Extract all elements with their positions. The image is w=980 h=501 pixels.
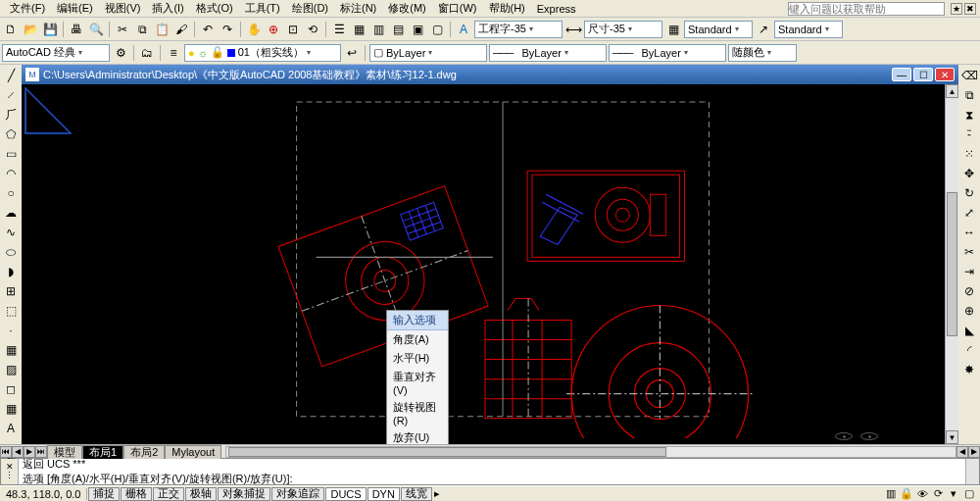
preview-icon[interactable]: 🔍 [87, 21, 105, 38]
ducs-button[interactable]: DUCS [325, 487, 366, 501]
extend-icon[interactable]: ⇥ [960, 263, 978, 280]
dimstyle-dropdown[interactable]: 尺寸-35▾ [584, 21, 662, 38]
save-icon[interactable]: 💾 [41, 21, 59, 38]
tablestyle-icon[interactable]: ▦ [664, 21, 682, 38]
markup-icon[interactable]: ▣ [409, 21, 426, 38]
polygon-icon[interactable]: ⬠ [2, 125, 20, 143]
hatch-icon[interactable]: ▦ [2, 341, 20, 359]
status-arrow-icon[interactable]: ▸ [434, 487, 440, 500]
coordinate-display[interactable]: 48.3, 118.0, 0.0 [0, 488, 87, 500]
cmd-scrollbar[interactable] [965, 459, 979, 484]
join-icon[interactable]: ⊕ [960, 302, 978, 320]
calc-icon[interactable]: ▢ [428, 21, 446, 38]
rotate-icon[interactable]: ↻ [960, 184, 978, 202]
array-icon[interactable]: ⁙ [960, 145, 978, 163]
scroll-down-icon[interactable]: ▼ [946, 430, 958, 444]
zoom-rt-icon[interactable]: ⊕ [265, 21, 282, 38]
pan-icon[interactable]: ✋ [245, 21, 263, 38]
props-icon[interactable]: ☰ [330, 21, 348, 38]
zoom-prev-icon[interactable]: ⟲ [304, 21, 321, 38]
fillet-icon[interactable]: ◜ [960, 341, 978, 359]
lwt-button[interactable]: 线宽 [401, 487, 432, 501]
menu-modify[interactable]: 修改(M) [382, 1, 432, 16]
menu-draw[interactable]: 绘图(D) [286, 1, 334, 16]
ortho-button[interactable]: 正交 [153, 487, 184, 501]
doc-close-button[interactable]: ✕ [935, 68, 955, 81]
table-icon[interactable]: ▦ [2, 400, 20, 418]
menu-tools[interactable]: 工具(T) [239, 1, 286, 16]
hscroll-left-icon[interactable]: ◀ [956, 446, 968, 458]
doc-maximize-button[interactable]: ☐ [913, 68, 933, 81]
copyobj-icon[interactable]: ⧉ [960, 86, 978, 104]
dimstyle-icon[interactable]: ⟷ [564, 21, 582, 38]
menu-help[interactable]: 帮助(H) [483, 1, 531, 16]
circle-icon[interactable]: ○ [2, 184, 20, 202]
xline-icon[interactable]: ⟋ [2, 86, 20, 104]
textstyle-dropdown[interactable]: 工程字-35▾ [474, 21, 563, 38]
pline-icon[interactable]: ⺁ [2, 106, 20, 124]
ctx-item-horizontal[interactable]: 水平(H) [387, 349, 448, 368]
polar-button[interactable]: 极轴 [185, 487, 217, 501]
drawing-canvas[interactable]: 输入选项 角度(A) 水平(H) 垂直对齐(V) 旋转视图(R) 放弃(U) [22, 84, 945, 444]
mleader-dropdown[interactable]: Standard▾ [774, 21, 843, 38]
new-icon[interactable]: 🗋 [2, 21, 20, 38]
region-icon[interactable]: ◻ [2, 380, 20, 398]
insert-icon[interactable]: ⊞ [2, 282, 20, 300]
star-icon[interactable]: ★ [951, 3, 962, 15]
tabs-prev-button[interactable]: ◀ [12, 446, 24, 458]
menu-insert[interactable]: 插入(I) [146, 1, 189, 16]
mirror-icon[interactable]: ⧗ [960, 106, 978, 124]
mleader-icon[interactable]: ↗ [755, 21, 772, 38]
tray-arrow-icon[interactable]: ▾ [947, 487, 960, 501]
ws-settings-icon[interactable]: ⚙ [112, 44, 129, 62]
ctx-item-undo[interactable]: 放弃(U) [387, 428, 448, 444]
stretch-icon[interactable]: ↔ [960, 224, 978, 241]
canvas-hscrollbar[interactable] [225, 446, 956, 458]
revcloud-icon[interactable]: ☁ [2, 204, 20, 222]
osnap-button[interactable]: 对象捕捉 [218, 487, 270, 501]
linetype-dropdown[interactable]: ─── ByLayer▾ [489, 44, 607, 62]
gradient-icon[interactable]: ▨ [2, 361, 20, 378]
dyn-button[interactable]: DYN [368, 487, 400, 501]
tabs-next-button[interactable]: ▶ [24, 446, 35, 458]
xstar-icon[interactable]: ✖ [964, 3, 976, 15]
arc-icon[interactable]: ◠ [2, 165, 20, 182]
ssm-icon[interactable]: ▤ [389, 21, 407, 38]
tablestyle-dropdown[interactable]: Standard▾ [684, 21, 753, 38]
color-dropdown[interactable]: ▢ByLayer▾ [369, 44, 487, 62]
menu-express[interactable]: Express [531, 3, 582, 15]
paste-icon[interactable]: 📋 [153, 21, 171, 38]
layer-states-icon[interactable]: ≡ [165, 44, 182, 62]
menu-window[interactable]: 窗口(W) [432, 1, 483, 16]
menu-edit[interactable]: 编辑(E) [51, 1, 99, 16]
layer-prop-icon[interactable]: 🗂 [138, 44, 156, 62]
layer-dropdown[interactable]: ● ☼ 🔓 01（粗实线）▾ [184, 44, 341, 62]
scroll-thumb[interactable] [947, 192, 957, 336]
undo-icon[interactable]: ↶ [199, 21, 217, 38]
zoom-win-icon[interactable]: ⊡ [284, 21, 302, 38]
help-search-input[interactable] [788, 2, 945, 16]
spline-icon[interactable]: ∿ [2, 224, 20, 241]
ctx-item-angle[interactable]: 角度(A) [387, 330, 448, 349]
ellipsearc-icon[interactable]: ◗ [2, 263, 20, 280]
copy-icon[interactable]: ⧉ [133, 21, 151, 38]
explode-icon[interactable]: ✸ [960, 361, 978, 378]
plot-icon[interactable]: 🖶 [68, 21, 85, 38]
ctx-item-rotate[interactable]: 旋转视图(R) [387, 398, 448, 428]
workspace-dropdown[interactable]: AutoCAD 经典▾ [2, 44, 110, 62]
tp-icon[interactable]: ▥ [369, 21, 387, 38]
redo-icon[interactable]: ↷ [219, 21, 236, 38]
annoscale-icon[interactable]: 🔒 [900, 487, 913, 501]
modelspace-icon[interactable]: ▥ [884, 487, 898, 501]
point-icon[interactable]: · [2, 322, 20, 339]
snap-button[interactable]: 捕捉 [88, 487, 120, 501]
menu-format[interactable]: 格式(O) [190, 1, 239, 16]
annoauto-icon[interactable]: ⟳ [931, 487, 945, 501]
break-icon[interactable]: ⊘ [960, 282, 978, 300]
match-icon[interactable]: 🖌 [172, 21, 190, 38]
scale-icon[interactable]: ⤢ [960, 204, 978, 222]
menu-view[interactable]: 视图(V) [99, 1, 147, 16]
cleanscreen-icon[interactable]: ▢ [962, 487, 976, 501]
hscroll-right-icon[interactable]: ▶ [968, 446, 980, 458]
line-icon[interactable]: ╱ [2, 67, 20, 84]
